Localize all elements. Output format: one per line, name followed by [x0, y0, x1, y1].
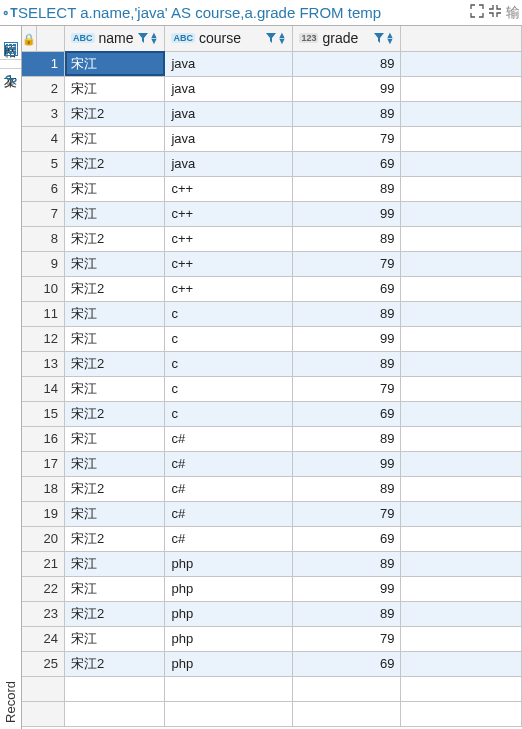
- cell-grade[interactable]: 79: [293, 626, 401, 651]
- cell-grade[interactable]: 89: [293, 301, 401, 326]
- cell-grade[interactable]: 99: [293, 326, 401, 351]
- table-row[interactable]: 9宋江c++79: [22, 251, 522, 276]
- cell-grade[interactable]: 69: [293, 651, 401, 676]
- cell-name[interactable]: 宋江: [65, 376, 165, 401]
- cell-name[interactable]: 宋江2: [65, 601, 165, 626]
- sql-query-text[interactable]: SELECT a.name,'java' AS course,a.grade F…: [18, 4, 468, 21]
- cell-name[interactable]: 宋江2: [65, 101, 165, 126]
- cell-grade[interactable]: 89: [293, 476, 401, 501]
- column-header-name[interactable]: ABC name ▲▼: [65, 26, 165, 51]
- cell-course[interactable]: c#: [165, 426, 293, 451]
- sidebar-panel-label[interactable]: 网格: [2, 30, 20, 38]
- cell-course[interactable]: c++: [165, 251, 293, 276]
- cell-grade[interactable]: 69: [293, 276, 401, 301]
- row-number-cell[interactable]: 1: [37, 51, 65, 76]
- cell-grade[interactable]: 79: [293, 376, 401, 401]
- cell-name[interactable]: 宋江: [65, 51, 165, 76]
- cell-name[interactable]: 宋江: [65, 251, 165, 276]
- cell-name[interactable]: 宋江2: [65, 351, 165, 376]
- table-row[interactable]: 1宋江java89: [22, 51, 522, 76]
- table-row[interactable]: 23宋江2php89: [22, 601, 522, 626]
- table-row[interactable]: 10宋江2c++69: [22, 276, 522, 301]
- cell-name[interactable]: 宋江: [65, 426, 165, 451]
- table-row[interactable]: 14宋江c79: [22, 376, 522, 401]
- cell-course[interactable]: c: [165, 301, 293, 326]
- cell-course[interactable]: java: [165, 126, 293, 151]
- table-row[interactable]: 20宋江2c#69: [22, 526, 522, 551]
- cell-course[interactable]: php: [165, 576, 293, 601]
- cell-grade[interactable]: 89: [293, 351, 401, 376]
- cell-grade[interactable]: 79: [293, 501, 401, 526]
- row-number-cell[interactable]: 21: [37, 551, 65, 576]
- cell-grade[interactable]: 99: [293, 76, 401, 101]
- cell-grade[interactable]: 69: [293, 526, 401, 551]
- cell-course[interactable]: java: [165, 51, 293, 76]
- cell-grade[interactable]: 89: [293, 426, 401, 451]
- cell-name[interactable]: 宋江2: [65, 651, 165, 676]
- lock-column-header[interactable]: 🔒: [22, 26, 37, 51]
- row-number-cell[interactable]: 6: [37, 176, 65, 201]
- table-row[interactable]: 12宋江c99: [22, 326, 522, 351]
- cell-grade[interactable]: 99: [293, 451, 401, 476]
- cell-course[interactable]: c#: [165, 501, 293, 526]
- cell-course[interactable]: c: [165, 351, 293, 376]
- row-number-cell[interactable]: 4: [37, 126, 65, 151]
- row-number-cell[interactable]: 23: [37, 601, 65, 626]
- cell-grade[interactable]: 99: [293, 201, 401, 226]
- table-row[interactable]: 6宋江c++89: [22, 176, 522, 201]
- row-number-cell[interactable]: 7: [37, 201, 65, 226]
- table-row[interactable]: 24宋江php79: [22, 626, 522, 651]
- cell-course[interactable]: c#: [165, 526, 293, 551]
- table-row[interactable]: 25宋江2php69: [22, 651, 522, 676]
- cell-name[interactable]: 宋江: [65, 326, 165, 351]
- row-number-cell[interactable]: 9: [37, 251, 65, 276]
- filter-icon[interactable]: [374, 31, 384, 46]
- cell-name[interactable]: 宋江: [65, 501, 165, 526]
- table-row[interactable]: 2宋江java99: [22, 76, 522, 101]
- row-number-cell[interactable]: 19: [37, 501, 65, 526]
- cell-name[interactable]: 宋江2: [65, 151, 165, 176]
- record-label[interactable]: Record: [3, 681, 18, 723]
- cell-grade[interactable]: 89: [293, 601, 401, 626]
- table-row[interactable]: 18宋江2c#89: [22, 476, 522, 501]
- cell-course[interactable]: c++: [165, 226, 293, 251]
- cell-name[interactable]: 宋江: [65, 301, 165, 326]
- cell-grade[interactable]: 89: [293, 226, 401, 251]
- table-row[interactable]: 15宋江2c69: [22, 401, 522, 426]
- cell-name[interactable]: 宋江2: [65, 226, 165, 251]
- table-row[interactable]: 22宋江php99: [22, 576, 522, 601]
- cell-name[interactable]: 宋江2: [65, 526, 165, 551]
- cell-course[interactable]: php: [165, 551, 293, 576]
- cell-name[interactable]: 宋江: [65, 201, 165, 226]
- cell-grade[interactable]: 89: [293, 551, 401, 576]
- cell-name[interactable]: 宋江2: [65, 476, 165, 501]
- row-number-cell[interactable]: 5: [37, 151, 65, 176]
- collapse-icon[interactable]: [486, 4, 504, 21]
- table-row[interactable]: 21宋江php89: [22, 551, 522, 576]
- cell-course[interactable]: php: [165, 601, 293, 626]
- row-number-cell[interactable]: 25: [37, 651, 65, 676]
- row-number-cell[interactable]: 10: [37, 276, 65, 301]
- cell-course[interactable]: c++: [165, 176, 293, 201]
- cell-course[interactable]: java: [165, 101, 293, 126]
- row-number-cell[interactable]: 3: [37, 101, 65, 126]
- cell-name[interactable]: 宋江: [65, 76, 165, 101]
- cell-name[interactable]: 宋江2: [65, 276, 165, 301]
- row-number-cell[interactable]: 2: [37, 76, 65, 101]
- cell-name[interactable]: 宋江: [65, 451, 165, 476]
- sort-icon[interactable]: ▲▼: [150, 32, 159, 44]
- table-row[interactable]: 5宋江2java69: [22, 151, 522, 176]
- table-row[interactable]: 17宋江c#99: [22, 451, 522, 476]
- row-number-cell[interactable]: 12: [37, 326, 65, 351]
- table-row[interactable]: 3宋江2java89: [22, 101, 522, 126]
- row-number-cell[interactable]: 17: [37, 451, 65, 476]
- column-header-course[interactable]: ABC course ▲▼: [165, 26, 293, 51]
- cell-course[interactable]: c: [165, 401, 293, 426]
- filter-icon[interactable]: [138, 31, 148, 46]
- cell-course[interactable]: c: [165, 326, 293, 351]
- cell-name[interactable]: 宋江: [65, 551, 165, 576]
- table-row[interactable]: 19宋江c#79: [22, 501, 522, 526]
- cell-name[interactable]: 宋江: [65, 176, 165, 201]
- rownum-column-header[interactable]: [37, 26, 65, 51]
- cell-name[interactable]: 宋江2: [65, 401, 165, 426]
